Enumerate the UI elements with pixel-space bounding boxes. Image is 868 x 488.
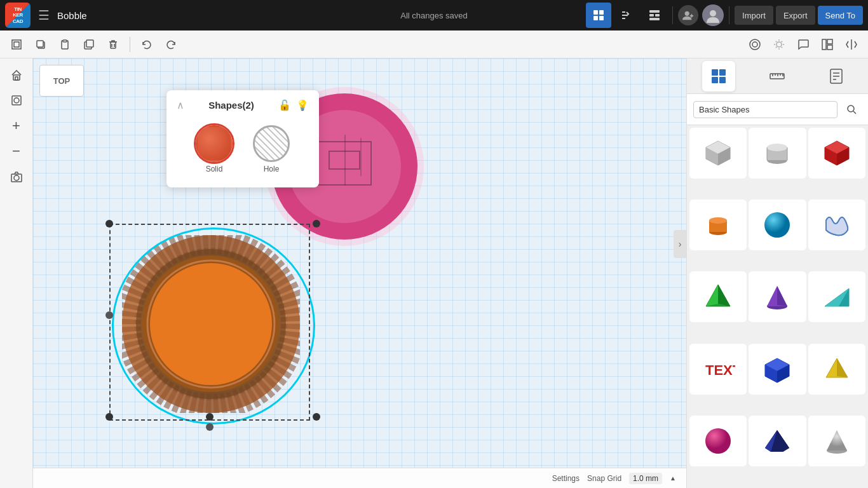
shape-library-header: Basic Shapes bbox=[687, 94, 868, 125]
tinkercad-logo[interactable]: TINKERCAD bbox=[5, 3, 31, 28]
svg-line-62 bbox=[853, 111, 856, 114]
svg-rect-2 bbox=[593, 16, 598, 20]
view-schematic-button[interactable] bbox=[614, 3, 639, 28]
shapes-panel-lightbulb-icon[interactable]: 💡 bbox=[296, 99, 309, 111]
shape-prism-navy[interactable] bbox=[749, 416, 806, 466]
svg-rect-40 bbox=[12, 96, 21, 105]
svg-rect-17 bbox=[63, 40, 67, 42]
copy-button[interactable] bbox=[29, 33, 52, 56]
right-panel: Basic Shapes bbox=[686, 58, 868, 488]
hamburger-menu[interactable]: ☰ bbox=[38, 8, 50, 23]
selection-handle-bm[interactable] bbox=[206, 413, 214, 421]
shape-library-dropdown[interactable]: Basic Shapes bbox=[693, 101, 837, 118]
svg-point-69 bbox=[767, 144, 787, 151]
right-panel-tabs bbox=[687, 58, 868, 94]
svg-point-61 bbox=[848, 105, 854, 112]
svg-point-23 bbox=[750, 39, 760, 50]
send-to-button[interactable]: Send To bbox=[818, 6, 863, 25]
viewport[interactable]: TOP ∧ Shapes(2) 🔓 💡 Solid Hole bbox=[33, 58, 686, 488]
left-panel: + − bbox=[0, 58, 33, 488]
annotation-button[interactable] bbox=[743, 33, 766, 56]
camera-button[interactable] bbox=[5, 165, 28, 188]
selection-handle-br[interactable] bbox=[313, 413, 320, 421]
selection-handle-bm2[interactable] bbox=[206, 423, 214, 431]
import-button[interactable]: Import bbox=[735, 6, 773, 25]
view-label[interactable]: TOP bbox=[39, 65, 84, 97]
svg-line-33 bbox=[776, 46, 776, 47]
snap-grid-label: Snap Grid bbox=[587, 474, 621, 483]
light-button[interactable] bbox=[768, 33, 790, 56]
svg-rect-34 bbox=[822, 39, 826, 50]
duplicate-button[interactable] bbox=[78, 33, 100, 56]
snap-grid-value[interactable]: 1.0 mm bbox=[629, 473, 662, 484]
paste-button[interactable] bbox=[53, 33, 76, 56]
shapes-tab[interactable] bbox=[702, 61, 735, 92]
user-avatar[interactable] bbox=[702, 4, 724, 26]
shape-box-blue[interactable] bbox=[749, 344, 806, 395]
undo-button[interactable] bbox=[135, 33, 158, 56]
hole-option[interactable]: Hole bbox=[248, 120, 295, 179]
shape-wedge-teal[interactable] bbox=[808, 271, 865, 322]
zoom-out-button[interactable]: − bbox=[5, 140, 28, 163]
shape-cylinder-gray[interactable] bbox=[749, 128, 806, 179]
zoom-in-button[interactable]: + bbox=[5, 114, 28, 137]
layout-button[interactable] bbox=[816, 33, 839, 56]
shape-pyramid-yellow[interactable] bbox=[808, 344, 865, 395]
status-bar: Settings Snap Grid 1.0 mm ▲ bbox=[33, 468, 686, 488]
svg-line-32 bbox=[782, 41, 782, 41]
svg-line-31 bbox=[782, 46, 782, 47]
svg-rect-20 bbox=[111, 42, 116, 48]
mirror-button[interactable] bbox=[840, 33, 863, 56]
fit-view-button[interactable] bbox=[5, 89, 28, 112]
svg-point-11 bbox=[710, 10, 716, 17]
shape-pyramid-green[interactable] bbox=[689, 271, 747, 322]
notes-tab[interactable] bbox=[820, 61, 853, 92]
shape-sphere-pink[interactable] bbox=[689, 416, 747, 466]
svg-point-8 bbox=[685, 11, 689, 16]
comment-button[interactable] bbox=[792, 33, 815, 56]
svg-rect-1 bbox=[599, 10, 604, 15]
selection-handle-bl[interactable] bbox=[105, 413, 113, 421]
shapes-grid: TEXT bbox=[687, 125, 868, 488]
svg-point-41 bbox=[14, 98, 19, 103]
shape-scribble[interactable] bbox=[808, 200, 865, 250]
shape-box-red[interactable] bbox=[808, 128, 865, 179]
svg-line-30 bbox=[776, 41, 776, 41]
shapes-panel-lock-icon[interactable]: 🔓 bbox=[278, 99, 291, 111]
panel-collapse-arrow[interactable]: › bbox=[674, 230, 686, 258]
main-area: + − TOP ∧ Shapes(2) 🔓 💡 Solid bbox=[0, 58, 868, 488]
view-3d-button[interactable] bbox=[586, 3, 611, 28]
shape-box-gray[interactable] bbox=[689, 128, 747, 179]
shape-cylinder-orange[interactable] bbox=[689, 200, 747, 250]
delete-button[interactable] bbox=[102, 33, 125, 56]
solid-option[interactable]: Solid bbox=[191, 120, 238, 179]
view-brick-button[interactable] bbox=[642, 3, 667, 28]
redo-button[interactable] bbox=[159, 33, 182, 56]
svg-rect-7 bbox=[649, 18, 660, 20]
project-name[interactable]: Bobble bbox=[57, 10, 87, 21]
add-user-button[interactable] bbox=[678, 5, 698, 25]
shape-cone-gray[interactable] bbox=[808, 416, 865, 466]
svg-text:TEXT: TEXT bbox=[705, 362, 735, 378]
selection-handle-tr[interactable] bbox=[313, 220, 320, 227]
shapes-options: Solid Hole bbox=[177, 120, 309, 179]
shape-cone-purple[interactable] bbox=[749, 271, 806, 322]
view-label-text: TOP bbox=[53, 76, 71, 86]
svg-rect-38 bbox=[13, 75, 20, 80]
export-button[interactable]: Export bbox=[776, 6, 815, 25]
svg-marker-102 bbox=[827, 430, 847, 451]
shapes-panel-collapse-icon[interactable]: ∧ bbox=[177, 99, 184, 111]
svg-rect-35 bbox=[827, 39, 832, 44]
orange-shape-group[interactable] bbox=[122, 235, 300, 413]
shape-sphere-teal[interactable] bbox=[749, 200, 806, 250]
shape-search-button[interactable] bbox=[841, 99, 862, 119]
selection-handle-tl[interactable] bbox=[105, 220, 113, 227]
shape-text-3d[interactable]: TEXT bbox=[689, 344, 747, 395]
solid-label: Solid bbox=[206, 165, 223, 173]
ruler-tab[interactable] bbox=[761, 61, 794, 92]
snap-grid-arrow[interactable]: ▲ bbox=[670, 475, 676, 482]
selection-handle-ml[interactable] bbox=[105, 311, 113, 319]
home-button[interactable] bbox=[5, 64, 28, 86]
settings-label[interactable]: Settings bbox=[552, 474, 580, 483]
frame-button[interactable] bbox=[5, 33, 28, 56]
